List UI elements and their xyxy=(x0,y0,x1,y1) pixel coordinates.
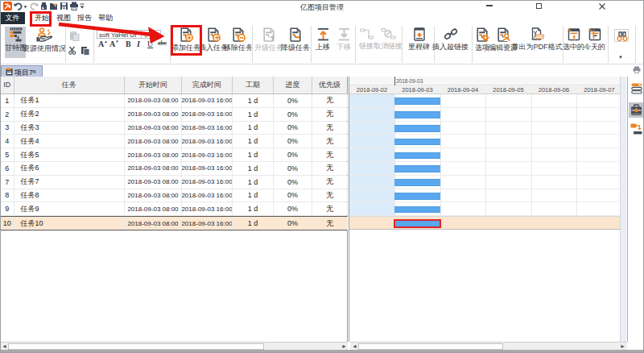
svg-text:PDF: PDF xyxy=(537,35,544,39)
